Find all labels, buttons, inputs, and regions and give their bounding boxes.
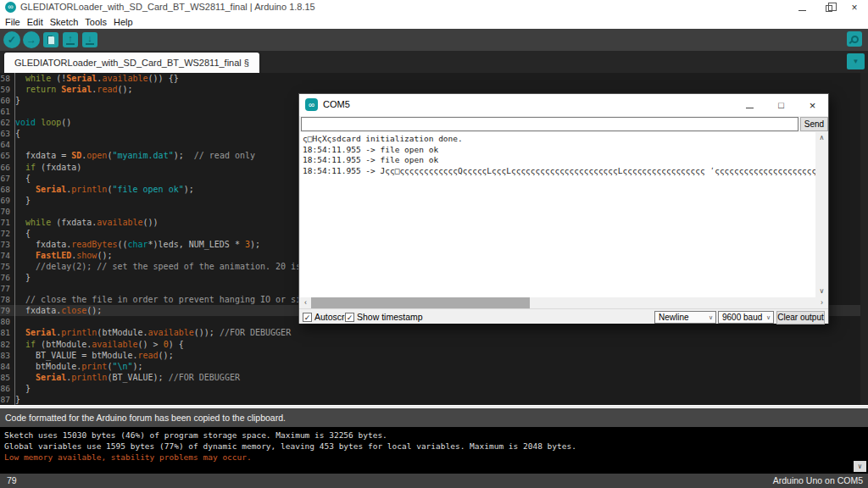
- line-number: 78: [0, 294, 12, 305]
- code-line-84: 84 btModule.print("\n");: [0, 361, 868, 372]
- serial-monitor-title: COM5: [323, 99, 350, 109]
- line-number: 76: [0, 272, 12, 283]
- checkbox-checked-icon: ✓: [303, 313, 312, 322]
- restore-button[interactable]: [817, 0, 841, 15]
- arduino-logo-icon: ∞: [305, 98, 318, 111]
- code-line-81: 81 Serial.println(btModule.available());…: [0, 327, 868, 338]
- line-ending-value: Newline: [659, 313, 689, 322]
- magnifier-icon: [851, 36, 859, 43]
- code-line-85: 85 Serial.println(BT_VALUE); //FOR DEBUG…: [0, 372, 868, 383]
- tab-bar: GLEDIATORLoader_with_SD_Card_BT_WS2811_f…: [0, 51, 868, 73]
- code-line-58: 58 while (!Serial.available()) {}: [0, 73, 868, 84]
- menu-item-help[interactable]: Help: [110, 17, 136, 27]
- line-number: 83: [0, 350, 12, 361]
- chevron-down-icon: ∨: [709, 312, 713, 323]
- line-number: 79: [0, 305, 12, 316]
- gutter-divider: [14, 73, 15, 405]
- show-timestamp-checkbox[interactable]: ✓ Show timestamp: [345, 312, 423, 322]
- minimize-icon: [746, 108, 754, 108]
- line-number: 84: [0, 361, 12, 372]
- status-bar: Code formatted for the Arduino forum has…: [0, 408, 868, 427]
- baud-rate-value: 9600 baud: [722, 313, 762, 322]
- line-ending-select[interactable]: Newline ∨: [654, 311, 716, 324]
- menu-item-tools[interactable]: Tools: [81, 17, 110, 27]
- code-line-82: 82 if (btModule.available() > 0) {: [0, 339, 868, 350]
- serial-monitor-dialog: ∞ COM5 □ × Send ς□HςXςsdcard initializat…: [298, 93, 829, 324]
- line-number: 70: [0, 206, 12, 217]
- serial-send-input[interactable]: [301, 117, 798, 131]
- line-number: 61: [0, 106, 12, 117]
- document-icon: [47, 36, 55, 45]
- console-line: Sketch uses 15030 bytes (46%) of program…: [4, 430, 868, 441]
- line-number: 68: [0, 184, 12, 195]
- line-number: 60: [0, 95, 12, 106]
- serial-maximize-button[interactable]: □: [765, 94, 797, 116]
- toolbar: ✓ → ↑ ↓: [0, 29, 868, 51]
- line-number: 64: [0, 139, 12, 150]
- right-arrow-icon: →: [26, 34, 36, 46]
- title-bar: ∞ GLEDIATORLoader_with_SD_Card_BT_WS2811…: [0, 0, 868, 15]
- serial-output-line: 18:54:11.955 -> file open ok: [303, 145, 815, 156]
- chevron-down-icon: ▼: [853, 58, 860, 65]
- new-sketch-button[interactable]: [43, 32, 58, 47]
- scroll-left-icon[interactable]: ‹: [300, 297, 311, 308]
- serial-minimize-button[interactable]: [734, 94, 765, 116]
- line-number: 65: [0, 150, 12, 161]
- line-number: 69: [0, 195, 12, 206]
- clear-output-button[interactable]: Clear output: [776, 311, 825, 324]
- footer-bar: 79 Arduino Uno on COM5: [0, 474, 868, 488]
- open-sketch-button[interactable]: ↑: [63, 32, 78, 47]
- board-port-indicator: Arduino Uno on COM5: [773, 474, 863, 488]
- minimize-button[interactable]: [790, 0, 814, 15]
- serial-close-button[interactable]: ×: [797, 94, 828, 116]
- scroll-right-icon[interactable]: ›: [816, 297, 827, 308]
- baud-rate-select[interactable]: 9600 baud ∨: [718, 311, 774, 324]
- horizontal-scroll-thumb[interactable]: [311, 297, 530, 308]
- up-arrow-icon: ↑: [66, 35, 75, 45]
- line-number: 81: [0, 327, 12, 338]
- serial-monitor-title-bar: ∞ COM5 □ ×: [299, 94, 828, 116]
- down-arrow-icon: ↓: [86, 35, 94, 45]
- save-sketch-button[interactable]: ↓: [82, 32, 97, 47]
- line-number: 73: [0, 239, 12, 250]
- build-console[interactable]: Sketch uses 15030 bytes (46%) of program…: [0, 427, 868, 474]
- line-number: 59: [0, 84, 12, 95]
- serial-monitor-button[interactable]: [847, 31, 862, 47]
- console-line: Low memory available, stability problems…: [4, 452, 868, 463]
- chevron-down-icon: ∨: [766, 312, 771, 323]
- menu-item-sketch[interactable]: Sketch: [47, 17, 82, 27]
- serial-horizontal-scrollbar[interactable]: ‹ ›: [299, 297, 828, 308]
- serial-output-area[interactable]: ς□HςXςsdcard initialization done.18:54:1…: [300, 132, 815, 297]
- line-number: 71: [0, 217, 12, 228]
- scroll-down-icon[interactable]: ∨: [815, 286, 828, 297]
- line-number: 58: [0, 73, 12, 84]
- line-number: 85: [0, 372, 12, 383]
- line-number: 80: [0, 316, 12, 327]
- upload-button[interactable]: →: [23, 31, 40, 48]
- sketch-tab[interactable]: GLEDIATORLoader_with_SD_Card_BT_WS2811_f…: [4, 53, 259, 73]
- serial-vertical-scrollbar[interactable]: ∧ ∨: [815, 132, 828, 297]
- menu-bar: FileEditSketchToolsHelp: [0, 15, 868, 29]
- line-number: 75: [0, 261, 12, 272]
- check-icon: ✓: [8, 34, 16, 46]
- menu-item-edit[interactable]: Edit: [24, 17, 47, 27]
- scroll-up-icon[interactable]: ∧: [815, 132, 828, 144]
- close-button[interactable]: ×: [843, 0, 866, 15]
- console-scroll-down-arrow[interactable]: ∨: [854, 461, 866, 472]
- line-number: 82: [0, 339, 12, 350]
- serial-output-line: 18:54:11.955 -> file open ok: [303, 155, 815, 166]
- code-line-86: 86 }: [0, 383, 868, 394]
- editor-scrollbar[interactable]: [860, 73, 868, 405]
- send-button[interactable]: Send: [800, 117, 828, 131]
- serial-output-line: ς□HςXςsdcard initialization done.: [303, 134, 815, 145]
- menu-item-file[interactable]: File: [2, 17, 24, 27]
- verify-button[interactable]: ✓: [3, 31, 20, 48]
- show-timestamp-label: Show timestamp: [357, 312, 423, 322]
- arduino-logo-icon: ∞: [5, 2, 16, 13]
- tab-list-dropdown[interactable]: ▼: [847, 53, 865, 69]
- line-number: 62: [0, 117, 12, 128]
- window-title: GLEDIATORLoader_with_SD_Card_BT_WS2811_f…: [20, 2, 315, 12]
- minimize-icon: [798, 10, 806, 11]
- restore-icon: [826, 5, 832, 12]
- line-number: 74: [0, 250, 12, 261]
